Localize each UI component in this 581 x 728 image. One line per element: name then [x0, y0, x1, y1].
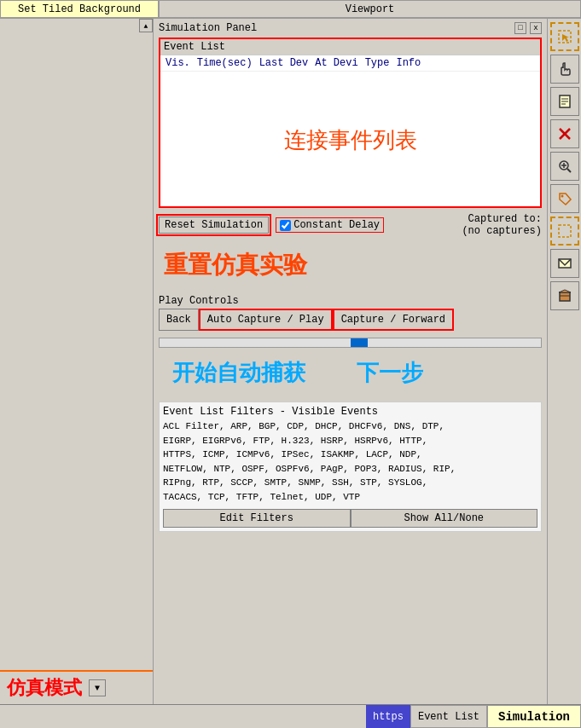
- tag-tool-button[interactable]: [550, 184, 579, 213]
- package-icon: [557, 288, 572, 303]
- filters-section: Event List Filters - Visible Events ACL …: [159, 402, 542, 532]
- delete-icon: [557, 126, 572, 142]
- auto-capture-chinese: 开始自动捕获: [172, 358, 305, 388]
- bottom-left-bar: 仿真模式 ▼: [0, 670, 153, 704]
- play-chinese-annotation: 开始自动捕获 下一步: [155, 351, 545, 395]
- package-tool-button[interactable]: [550, 281, 579, 310]
- progress-area: [159, 338, 542, 348]
- main-layout: ▲ 仿真模式 ▼ Simulation Panel □ x Event List…: [0, 19, 581, 704]
- col-vis: Vis.: [166, 57, 190, 69]
- constant-delay-checkbox[interactable]: [280, 220, 291, 231]
- sim-panel-title: Simulation Panel: [159, 22, 257, 34]
- next-step-chinese: 下一步: [357, 358, 423, 388]
- reset-simulation-button[interactable]: Reset Simulation: [159, 217, 269, 234]
- show-all-none-button[interactable]: Show All/None: [351, 509, 538, 528]
- hand-icon: [557, 61, 572, 77]
- left-panel: ▲ 仿真模式 ▼: [0, 19, 154, 704]
- delete-tool-button[interactable]: [550, 119, 579, 148]
- capture-area-button[interactable]: [550, 217, 579, 246]
- hand-tool-button[interactable]: [550, 55, 579, 84]
- filters-title: Event List Filters - Visible Events: [163, 406, 537, 418]
- col-at-devi: At Devi: [315, 57, 357, 69]
- select-icon: [557, 29, 572, 44]
- play-buttons: Back Auto Capture / Play Capture / Forwa…: [159, 309, 542, 331]
- col-type: Type: [365, 57, 390, 69]
- status-https[interactable]: https: [366, 705, 410, 728]
- sim-panel-close[interactable]: x: [530, 22, 542, 34]
- status-simulation[interactable]: Simulation: [487, 705, 581, 728]
- simulation-mode-dropdown[interactable]: ▼: [89, 679, 106, 696]
- top-menu-bar: Set Tiled Background Viewport: [0, 0, 581, 19]
- edit-filters-button[interactable]: Edit Filters: [163, 509, 351, 528]
- note-tool-button[interactable]: [550, 87, 579, 116]
- captured-to-label: Captured to:: [462, 213, 542, 225]
- sim-panel-controls: □ x: [514, 22, 542, 34]
- event-list-chinese-label: 连接事件列表: [284, 125, 417, 155]
- captured-to: Captured to: (no captures): [462, 213, 542, 237]
- note-icon: [557, 94, 572, 109]
- zoom-icon: [557, 159, 572, 174]
- select-tool-button[interactable]: [550, 22, 579, 51]
- svg-marker-1: [562, 34, 569, 42]
- constant-delay-text: Constant Delay: [293, 219, 380, 231]
- reset-row: Reset Simulation Constant Delay Captured…: [159, 213, 542, 237]
- constant-delay-label: Constant Delay: [276, 217, 384, 233]
- no-captures-label: (no captures): [462, 225, 542, 237]
- filters-protocols: ACL Filter, ARP, BGP, CDP, DHCP, DHCFv6,…: [163, 419, 537, 504]
- scroll-arrow-top[interactable]: ▲: [139, 19, 153, 32]
- envelope-tool-button[interactable]: [550, 249, 579, 278]
- play-controls-label: Play Controls: [159, 295, 542, 307]
- auto-capture-button[interactable]: Auto Capture / Play: [199, 309, 333, 331]
- reset-chinese-annotation: 重置仿真实验: [155, 242, 545, 288]
- event-list-columns: Vis. Time(sec) Last Dev At Devi Type Inf…: [160, 55, 540, 72]
- svg-rect-14: [559, 225, 571, 237]
- svg-rect-16: [560, 292, 570, 301]
- play-controls-section: Play Controls Back Auto Capture / Play C…: [159, 295, 542, 331]
- sim-panel-minimize[interactable]: □: [514, 22, 526, 34]
- viewport-menu[interactable]: Viewport: [159, 0, 581, 18]
- simulation-panel: Simulation Panel □ x Event List Vis. Tim…: [154, 19, 547, 704]
- svg-line-9: [567, 169, 571, 172]
- status-bar: https Event List Simulation: [0, 704, 581, 728]
- right-toolbar: [547, 19, 581, 704]
- tag-icon: [557, 191, 572, 206]
- status-event-list[interactable]: Event List: [410, 705, 487, 728]
- back-button[interactable]: Back: [159, 309, 199, 331]
- col-time: Time(sec): [197, 57, 253, 69]
- capture-forward-button[interactable]: Capture / Forward: [333, 309, 454, 331]
- simulation-mode-label: 仿真模式: [0, 672, 89, 704]
- set-tiled-background-menu[interactable]: Set Tiled Background: [0, 0, 159, 18]
- filters-buttons: Edit Filters Show All/None: [163, 509, 537, 528]
- col-last-dev: Last Dev: [259, 57, 309, 69]
- sim-panel-titlebar: Simulation Panel □ x: [155, 20, 545, 36]
- zoom-tool-button[interactable]: [550, 152, 579, 181]
- envelope-icon: [557, 256, 572, 271]
- svg-point-13: [561, 195, 563, 198]
- event-list-body: 连接事件列表: [160, 72, 540, 208]
- event-list-container: Event List Vis. Time(sec) Last Dev At De…: [159, 38, 542, 208]
- progress-bar: [351, 338, 368, 347]
- col-info: Info: [396, 57, 421, 69]
- event-list-header: Event List: [160, 39, 540, 55]
- capture-area-icon: [557, 223, 572, 239]
- svg-marker-18: [559, 290, 571, 292]
